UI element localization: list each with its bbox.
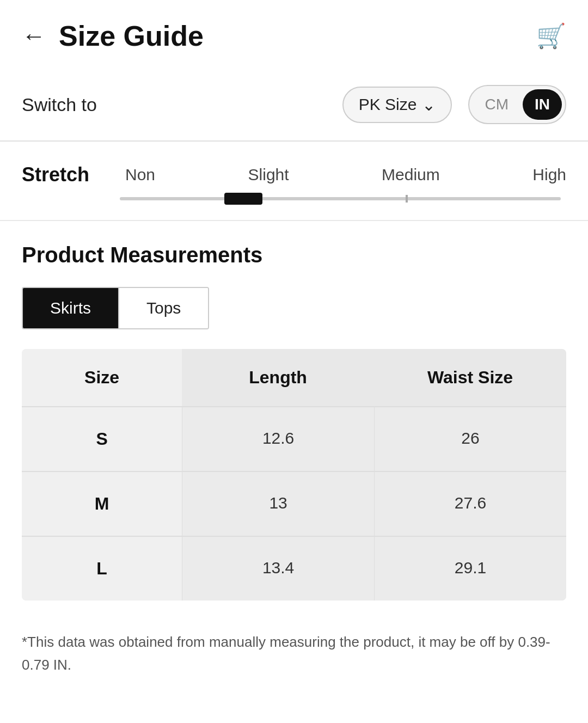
product-tabs: Skirts Tops bbox=[22, 287, 209, 329]
table-row: L 13.4 29.1 bbox=[22, 536, 566, 601]
size-table: Size Length Waist Size S 12.6 26 M 13 27… bbox=[22, 349, 566, 601]
unit-cm-option[interactable]: CM bbox=[473, 89, 520, 120]
length-cell-s: 12.6 bbox=[182, 407, 374, 471]
waist-cell-l: 29.1 bbox=[374, 537, 566, 601]
tab-skirts[interactable]: Skirts bbox=[23, 288, 118, 328]
stretch-label-non: Non bbox=[125, 166, 155, 184]
table-header-row: Size Length Waist Size bbox=[22, 349, 566, 406]
size-cell-m: M bbox=[22, 472, 182, 536]
back-button[interactable]: ← bbox=[22, 24, 46, 48]
size-cell-s: S bbox=[22, 407, 182, 471]
pk-size-label: PK Size bbox=[359, 95, 417, 114]
stretch-thumb[interactable] bbox=[224, 193, 262, 205]
unit-in-option[interactable]: IN bbox=[523, 89, 562, 120]
stretch-labels: Non Slight Medium High bbox=[125, 166, 566, 184]
stretch-tick bbox=[406, 195, 408, 203]
col-header-length: Length bbox=[182, 349, 374, 406]
switch-row: Switch to PK Size ⌄ CM IN bbox=[0, 69, 588, 140]
stretch-section: Stretch Non Slight Medium High bbox=[0, 142, 588, 220]
measurements-section: Product Measurements Skirts Tops Size Le… bbox=[0, 221, 588, 601]
length-cell-l: 13.4 bbox=[182, 537, 374, 601]
table-row: S 12.6 26 bbox=[22, 406, 566, 471]
header-left: ← Size Guide bbox=[22, 20, 204, 52]
stretch-slider-container bbox=[22, 197, 566, 200]
stretch-label-medium: Medium bbox=[382, 166, 440, 184]
tab-tops[interactable]: Tops bbox=[118, 288, 208, 328]
footer-note: *This data was obtained from manually me… bbox=[0, 620, 588, 709]
header: ← Size Guide 🛒 bbox=[0, 0, 588, 69]
stretch-track[interactable] bbox=[120, 197, 561, 200]
unit-toggle: CM IN bbox=[468, 85, 566, 124]
table-row: M 13 27.6 bbox=[22, 471, 566, 536]
col-header-waist: Waist Size bbox=[374, 349, 566, 406]
stretch-label-high: High bbox=[532, 166, 566, 184]
cart-icon[interactable]: 🛒 bbox=[536, 22, 566, 50]
switch-to-label: Switch to bbox=[22, 94, 326, 115]
length-cell-m: 13 bbox=[182, 472, 374, 536]
pk-size-dropdown[interactable]: PK Size ⌄ bbox=[342, 87, 452, 123]
col-header-size: Size bbox=[22, 349, 182, 406]
measurements-title: Product Measurements bbox=[22, 243, 566, 267]
stretch-header: Stretch Non Slight Medium High bbox=[22, 163, 566, 186]
stretch-label-slight: Slight bbox=[248, 166, 289, 184]
waist-cell-m: 27.6 bbox=[374, 472, 566, 536]
page-title: Size Guide bbox=[59, 20, 204, 52]
pk-size-chevron-icon: ⌄ bbox=[422, 95, 436, 114]
size-cell-l: L bbox=[22, 537, 182, 601]
waist-cell-s: 26 bbox=[374, 407, 566, 471]
stretch-title: Stretch bbox=[22, 163, 93, 186]
